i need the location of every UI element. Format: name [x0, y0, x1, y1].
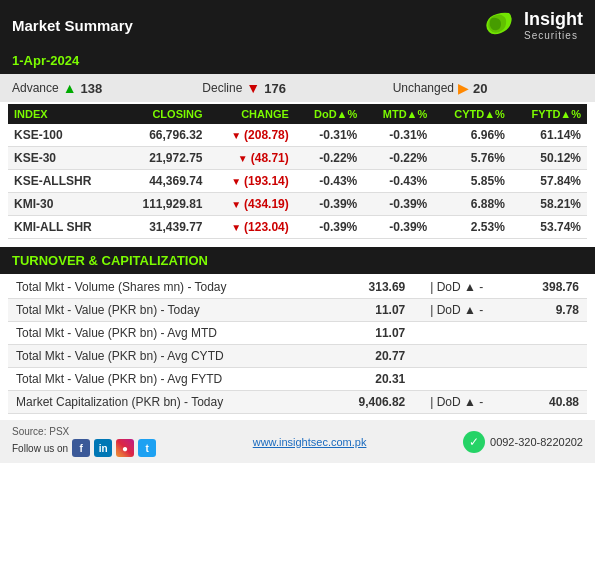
linkedin-icon[interactable]: in [94, 439, 112, 457]
facebook-icon[interactable]: f [72, 439, 90, 457]
col-index: INDEX [8, 104, 119, 124]
turnover-label: Total Mkt - Value (PKR bn) - Today [8, 299, 326, 322]
advance-label: Advance [12, 81, 59, 95]
dod-value: -0.22% [295, 147, 364, 170]
cytd-value: 6.88% [433, 193, 511, 216]
closing-value: 21,972.75 [119, 147, 208, 170]
col-mtd: MTD▲% [363, 104, 433, 124]
index-table-section: INDEX CLOSING CHANGE DoD▲% MTD▲% CYTD▲% … [0, 104, 595, 239]
turnover-row: Total Mkt - Value (PKR bn) - Avg MTD 11.… [8, 322, 587, 345]
footer-right: ✓ 0092-320-8220202 [463, 431, 583, 453]
index-name: KMI-30 [8, 193, 119, 216]
logo-icon [471, 8, 516, 43]
turnover-value: 20.31 [326, 368, 413, 391]
table-row: KMI-30 111,929.81 ▼ (434.19) -0.39% -0.3… [8, 193, 587, 216]
mtd-value: -0.22% [363, 147, 433, 170]
decline-label: Decline [202, 81, 242, 95]
logo: Insight Securities [471, 8, 583, 43]
change-arrow-icon: ▼ [231, 222, 241, 233]
dod-label: | DoD ▲ - [413, 299, 500, 322]
dod-label [413, 345, 500, 368]
date-label: 1-Apr-2024 [12, 53, 79, 68]
turnover-value: 9,406.82 [326, 391, 413, 414]
dod-value: -0.43% [295, 170, 364, 193]
dod-label: | DoD ▲ - [413, 391, 500, 414]
turnover-label: Total Mkt - Value (PKR bn) - Avg CYTD [8, 345, 326, 368]
turnover-value: 11.07 [326, 322, 413, 345]
table-row: KSE-100 66,796.32 ▼ (208.78) -0.31% -0.3… [8, 124, 587, 147]
change-arrow-icon: ▼ [238, 153, 248, 164]
col-fytd: FYTD▲% [511, 104, 587, 124]
index-table: INDEX CLOSING CHANGE DoD▲% MTD▲% CYTD▲% … [8, 104, 587, 239]
turnover-value: 11.07 [326, 299, 413, 322]
decline-item: Decline ▼ 176 [202, 80, 392, 96]
unchanged-label: Unchanged [393, 81, 454, 95]
decline-value: 176 [264, 81, 286, 96]
change-value: ▼ (434.19) [209, 193, 295, 216]
turnover-label: Total Mkt - Volume (Shares mn) - Today [8, 276, 326, 299]
twitter-icon[interactable]: t [138, 439, 156, 457]
turnover-row: Total Mkt - Value (PKR bn) - Avg FYTD 20… [8, 368, 587, 391]
turnover-label: Total Mkt - Value (PKR bn) - Avg MTD [8, 322, 326, 345]
turnover-value: 313.69 [326, 276, 413, 299]
dod-change-value: 9.78 [500, 299, 587, 322]
mtd-value: -0.39% [363, 216, 433, 239]
closing-value: 111,929.81 [119, 193, 208, 216]
dod-change-value [500, 368, 587, 391]
dod-change-value [500, 322, 587, 345]
turnover-row: Market Capitalization (PKR bn) - Today 9… [8, 391, 587, 414]
dod-label [413, 368, 500, 391]
advance-value: 138 [81, 81, 103, 96]
source-text: Source: PSX [12, 426, 156, 437]
header-title: Market Summary [12, 17, 133, 34]
mtd-value: -0.43% [363, 170, 433, 193]
turnover-row: Total Mkt - Value (PKR bn) - Avg CYTD 20… [8, 345, 587, 368]
dod-value: -0.39% [295, 193, 364, 216]
dod-label: | DoD ▲ - [413, 276, 500, 299]
turnover-table: Total Mkt - Volume (Shares mn) - Today 3… [8, 276, 587, 414]
advance-item: Advance ▲ 138 [12, 80, 202, 96]
col-dod: DoD▲% [295, 104, 364, 124]
dod-value: -0.39% [295, 216, 364, 239]
phone-number: 0092-320-8220202 [490, 436, 583, 448]
unchanged-item: Unchanged ▶ 20 [393, 80, 583, 96]
fytd-value: 57.84% [511, 170, 587, 193]
index-name: KSE-30 [8, 147, 119, 170]
table-row: KMI-ALL SHR 31,439.77 ▼ (123.04) -0.39% … [8, 216, 587, 239]
cytd-value: 6.96% [433, 124, 511, 147]
dod-change-value: 398.76 [500, 276, 587, 299]
turnover-table-section: Total Mkt - Volume (Shares mn) - Today 3… [0, 276, 595, 414]
instagram-icon[interactable]: ● [116, 439, 134, 457]
footer-left: Source: PSX Follow us on f in ● t [12, 426, 156, 457]
cytd-value: 5.76% [433, 147, 511, 170]
fytd-value: 58.21% [511, 193, 587, 216]
closing-value: 66,796.32 [119, 124, 208, 147]
dod-change-value [500, 345, 587, 368]
header: Market Summary Insight Securities [0, 0, 595, 51]
decline-arrow-icon: ▼ [246, 80, 260, 96]
website-link[interactable]: www.insightsec.com.pk [253, 436, 367, 448]
closing-value: 44,369.74 [119, 170, 208, 193]
unchanged-value: 20 [473, 81, 487, 96]
col-cytd: CYTD▲% [433, 104, 511, 124]
dod-label [413, 322, 500, 345]
index-name: KMI-ALL SHR [8, 216, 119, 239]
follow-label: Follow us on [12, 443, 68, 454]
whatsapp-icon: ✓ [463, 431, 485, 453]
advance-arrow-icon: ▲ [63, 80, 77, 96]
dod-value: -0.31% [295, 124, 364, 147]
footer: Source: PSX Follow us on f in ● t www.in… [0, 420, 595, 463]
change-value: ▼ (193.14) [209, 170, 295, 193]
index-name: KSE-100 [8, 124, 119, 147]
turnover-label: Market Capitalization (PKR bn) - Today [8, 391, 326, 414]
logo-name: Insight [524, 10, 583, 30]
change-value: ▼ (123.04) [209, 216, 295, 239]
table-header-row: INDEX CLOSING CHANGE DoD▲% MTD▲% CYTD▲% … [8, 104, 587, 124]
turnover-label: Total Mkt - Value (PKR bn) - Avg FYTD [8, 368, 326, 391]
col-change: CHANGE [209, 104, 295, 124]
change-arrow-icon: ▼ [231, 130, 241, 141]
fytd-value: 61.14% [511, 124, 587, 147]
advance-decline-bar: Advance ▲ 138 Decline ▼ 176 Unchanged ▶ … [0, 74, 595, 102]
col-closing: CLOSING [119, 104, 208, 124]
change-arrow-icon: ▼ [231, 199, 241, 210]
